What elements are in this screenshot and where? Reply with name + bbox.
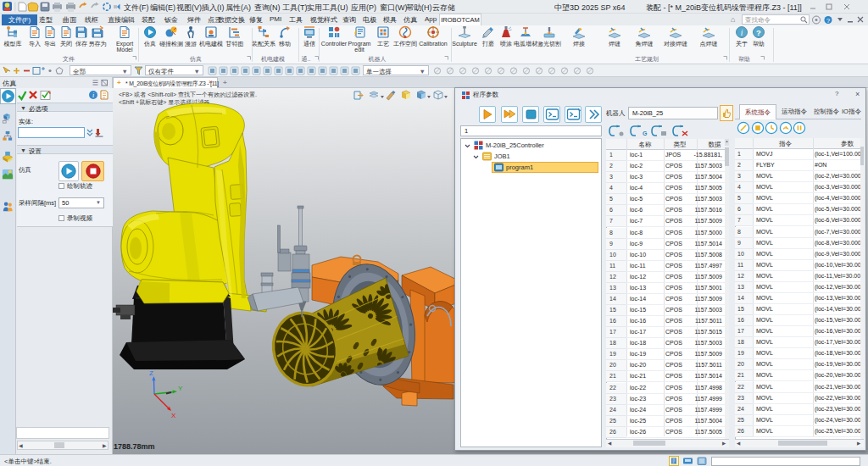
svg-text:Z: Z — [149, 369, 153, 377]
svg-text:G: G — [643, 130, 648, 136]
svg-text:Y: Y — [178, 385, 183, 392]
svg-text:i: i — [92, 92, 94, 99]
svg-text:?: ? — [756, 28, 761, 37]
svg-text:X: X — [171, 412, 176, 419]
svg-text:?: ? — [826, 17, 831, 25]
svg-text:i: i — [741, 29, 743, 37]
